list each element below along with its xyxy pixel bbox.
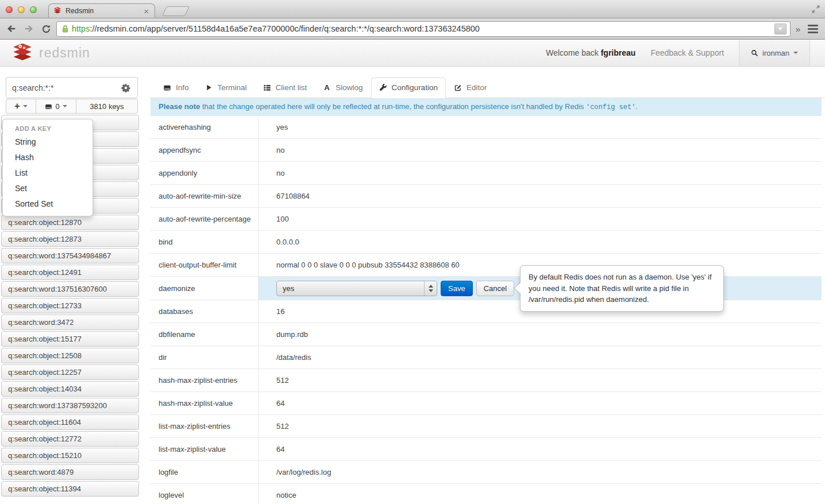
config-key: client-output-buffer-limit	[151, 254, 259, 276]
chevron-down-icon	[23, 105, 28, 107]
config-row-auto-aof-rewrite-percentage: auto-aof-rewrite-percentage100	[151, 208, 822, 231]
cancel-button[interactable]: Cancel	[476, 281, 514, 296]
config-key: databases	[151, 300, 259, 323]
screen: Redsmin × https://redsmin.com/app/server…	[0, 0, 825, 504]
config-key: loglevel	[151, 484, 259, 504]
key-list-item[interactable]: q:search:word:1375434984867	[1, 248, 139, 263]
welcome-text: Welcome back fgribreau	[546, 48, 635, 57]
key-list-item[interactable]: q:search:object:12870	[1, 215, 139, 230]
close-window-button[interactable]	[6, 6, 13, 13]
config-value: /data/redis	[259, 346, 822, 369]
tab-terminal[interactable]: Terminal	[197, 77, 255, 98]
url-text: ://redsmin.com/app/server/51158d4a16a5e7…	[90, 24, 770, 33]
add-key-menu-item-set[interactable]: Set	[3, 181, 92, 196]
config-row-activerehashing: activerehashingyes	[151, 116, 822, 139]
browser-titlebar: Redsmin ×	[0, 0, 825, 18]
tab-label: Editor	[467, 83, 487, 92]
key-list-item[interactable]: q:search:word:137387593200	[1, 398, 139, 413]
url-scheme: https	[72, 24, 90, 33]
config-value: no	[259, 139, 822, 161]
brand-logo[interactable]: redsmin	[0, 44, 90, 62]
reload-button[interactable]	[39, 22, 53, 36]
database-icon	[45, 103, 52, 110]
daemonize-select[interactable]: yes	[276, 281, 437, 296]
config-value: 100	[259, 208, 822, 230]
tab-info[interactable]: Info	[155, 77, 197, 98]
edit-icon	[454, 84, 462, 92]
keys-count-label: 3810 keys	[76, 99, 137, 113]
config-value: 0.0.0.0	[259, 231, 822, 253]
key-list-item[interactable]: q:search:object:12772	[1, 431, 139, 447]
config-value: 67108864	[259, 185, 822, 207]
key-list-item[interactable]: q:search:object:15210	[1, 448, 139, 463]
database-select-button[interactable]: 0	[36, 99, 76, 113]
key-list-item[interactable]: q:search:object:12508	[1, 348, 139, 363]
config-key: auto-aof-rewrite-min-size	[151, 185, 259, 207]
config-row-list-max-ziplist-entries: list-max-ziplist-entries512	[151, 415, 822, 438]
config-key: list-max-ziplist-entries	[151, 415, 259, 437]
forward-button[interactable]	[22, 22, 36, 36]
config-value: dump.rdb	[259, 323, 822, 346]
key-list-item[interactable]: q:search:object:15177	[1, 331, 139, 347]
search-settings-button[interactable]	[114, 77, 137, 98]
config-value: 512	[259, 415, 822, 437]
font-icon: A	[323, 84, 331, 92]
key-list-item[interactable]: q:search:object:12733	[1, 298, 139, 313]
app-header: redsmin Welcome back fgribreau Feedback …	[0, 40, 825, 67]
config-row-bind: bind0.0.0.0	[151, 231, 822, 254]
key-list-item[interactable]: q:search:word:3472	[1, 315, 139, 330]
key-list-item[interactable]: q:search:object:11604	[1, 414, 139, 430]
key-search-input[interactable]	[6, 83, 114, 92]
feedback-support-link[interactable]: Feedback & Support	[650, 48, 724, 57]
lock-icon	[62, 25, 68, 33]
add-key-menu-item-sorted-set[interactable]: Sorted Set	[3, 196, 92, 212]
tab-configuration[interactable]: Configuration	[371, 77, 446, 98]
key-list-item[interactable]: q:search:object:14034	[1, 381, 139, 397]
url-dropdown-button[interactable]	[774, 24, 787, 34]
add-key-menu-item-string[interactable]: String	[3, 134, 92, 150]
tab-slowlog[interactable]: ASlowlog	[315, 77, 371, 98]
zoom-window-button[interactable]	[30, 6, 37, 13]
user-menu[interactable]: ironman	[739, 40, 810, 66]
extensions-overflow-button[interactable]: »	[794, 24, 802, 34]
svg-text:A: A	[325, 84, 330, 92]
key-list-item[interactable]: q:search:object:11394	[1, 481, 139, 497]
tab-close-icon[interactable]: ×	[142, 7, 150, 15]
key-list-item[interactable]: q:search:word:137516307600	[1, 281, 139, 297]
fullscreen-icon[interactable]	[811, 5, 820, 14]
config-row-appendonly: appendonlyno	[151, 162, 822, 185]
list-icon	[263, 84, 271, 92]
config-key: hash-max-ziplist-value	[151, 392, 259, 414]
config-row-dbfilename: dbfilenamedump.rdb	[151, 323, 822, 346]
redis-favicon	[53, 7, 61, 15]
save-button[interactable]: Save	[441, 281, 473, 296]
key-list-item[interactable]: q:search:word:4879	[1, 464, 139, 480]
config-value: 512	[259, 369, 822, 391]
config-row-hash-max-ziplist-value: hash-max-ziplist-value64	[151, 392, 822, 415]
key-list-item[interactable]: q:search:object:12873	[1, 231, 139, 247]
config-row-auto-aof-rewrite-min-size: auto-aof-rewrite-min-size67108864	[151, 185, 822, 208]
minimize-window-button[interactable]	[18, 6, 25, 13]
select-stepper-icon	[424, 281, 437, 296]
tab-title: Redsmin	[65, 7, 142, 15]
browser-toolbar: https://redsmin.com/app/server/51158d4a1…	[0, 18, 825, 40]
config-key: list-max-ziplist-value	[151, 438, 259, 460]
back-button[interactable]	[5, 22, 18, 36]
browser-menu-button[interactable]	[805, 22, 820, 36]
url-bar[interactable]: https://redsmin.com/app/server/51158d4a1…	[56, 21, 791, 37]
add-key-menu-item-hash[interactable]: Hash	[3, 150, 92, 165]
config-row-list-max-ziplist-value: list-max-ziplist-value64	[151, 438, 822, 461]
browser-tab[interactable]: Redsmin ×	[48, 3, 155, 18]
add-key-menu-item-list[interactable]: List	[3, 165, 92, 181]
add-key-button[interactable]: +	[6, 99, 36, 113]
chevron-down-icon	[63, 105, 67, 107]
tab-client-list[interactable]: Client list	[255, 77, 315, 98]
tab-label: Terminal	[218, 83, 247, 92]
key-list-item[interactable]: q:search:object:12491	[1, 265, 139, 280]
new-tab-button[interactable]	[162, 6, 190, 16]
tab-editor[interactable]: Editor	[446, 77, 495, 98]
key-list-item[interactable]: q:search:object:12257	[1, 365, 139, 380]
config-key: appendonly	[151, 162, 259, 184]
config-key: logfile	[151, 461, 259, 483]
database-index: 0	[55, 102, 59, 111]
